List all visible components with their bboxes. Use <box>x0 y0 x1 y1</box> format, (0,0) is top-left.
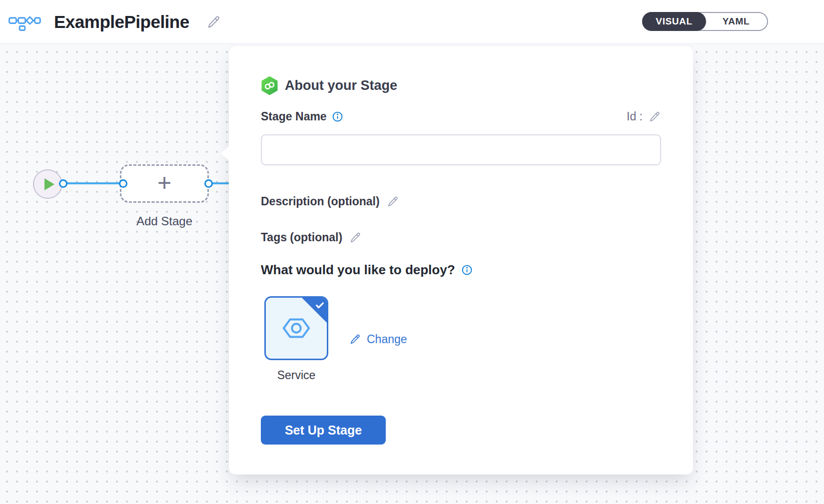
toggle-visual[interactable]: VISUAL <box>642 12 706 31</box>
description-label: Description (optional) <box>261 195 380 208</box>
deploy-type-selection: Service Change <box>264 296 661 382</box>
pipeline-title: ExamplePipeline <box>54 12 189 32</box>
connector-point <box>119 179 127 188</box>
service-tile-label: Service <box>264 369 328 382</box>
connector-point <box>204 179 213 188</box>
set-up-stage-button[interactable]: Set Up Stage <box>261 416 386 445</box>
info-icon[interactable] <box>461 264 473 276</box>
panel-title: About your Stage <box>285 78 397 93</box>
stage-name-input[interactable] <box>261 134 661 165</box>
change-label: Change <box>367 333 407 346</box>
about-stage-panel: About your Stage Stage Name Id : <box>229 46 693 475</box>
pipeline-start-node <box>33 169 62 199</box>
info-icon[interactable] <box>332 111 343 122</box>
description-row: Description (optional) <box>261 193 661 209</box>
header-bar: ExamplePipeline VISUAL YAML <box>0 0 824 44</box>
service-deploy-tile[interactable] <box>264 296 328 360</box>
change-pencil-icon <box>349 333 361 345</box>
stage-name-label: Stage Name <box>261 110 327 123</box>
toggle-yaml[interactable]: YAML <box>705 13 767 30</box>
deploy-question-row: What would you like to deploy? <box>261 261 661 278</box>
deploy-question-label: What would you like to deploy? <box>261 262 455 278</box>
panel-pointer-arrow <box>221 146 229 161</box>
edit-tags-icon[interactable] <box>349 231 362 244</box>
edit-id-icon[interactable] <box>649 110 661 123</box>
stage-name-row: Stage Name Id : <box>261 109 661 124</box>
tags-row: Tags (optional) <box>261 229 661 245</box>
check-icon <box>314 300 325 311</box>
pipeline-studio: ExamplePipeline VISUAL YAML + Add Stage <box>0 0 824 504</box>
change-deploy-type-link[interactable]: Change <box>349 333 407 346</box>
panel-heading: About your Stage <box>261 76 661 95</box>
stage-id-label: Id : <box>627 110 643 123</box>
connector-point <box>59 179 67 188</box>
view-mode-toggle: VISUAL YAML <box>642 12 768 31</box>
cd-stage-icon <box>261 76 278 95</box>
play-icon <box>44 178 54 190</box>
pipeline-title-group: ExamplePipeline <box>8 12 221 32</box>
plus-icon: + <box>157 173 171 193</box>
add-stage-label: Add Stage <box>120 214 209 228</box>
add-stage-node[interactable]: + <box>120 164 209 203</box>
tags-label: Tags (optional) <box>261 231 342 244</box>
pipeline-icon <box>8 12 41 31</box>
edit-description-icon[interactable] <box>387 195 399 208</box>
edit-pipeline-name-icon[interactable] <box>206 14 221 29</box>
